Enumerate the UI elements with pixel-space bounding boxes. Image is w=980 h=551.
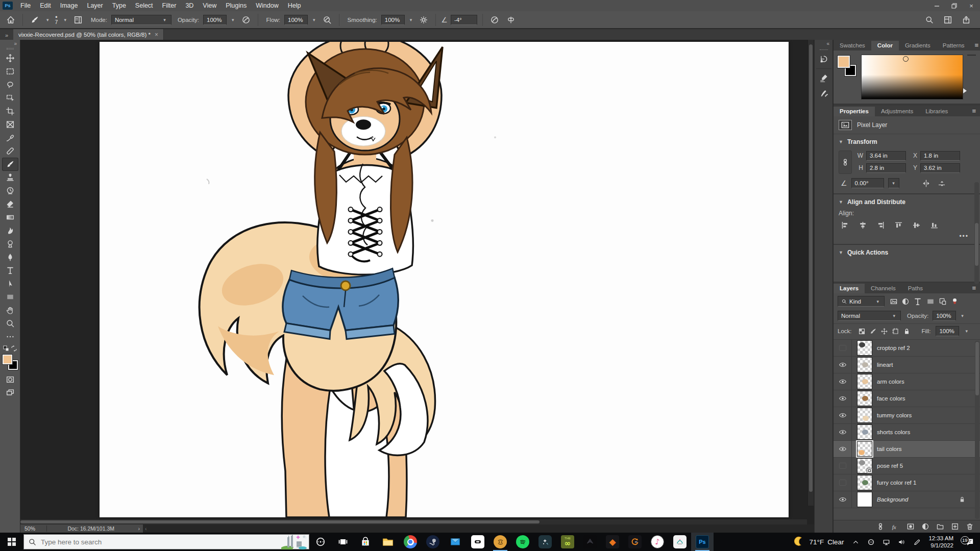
align-middle-v-icon[interactable] (912, 221, 921, 230)
smoothing-field[interactable]: 100% (381, 15, 405, 25)
tool-object-selection[interactable] (2, 91, 18, 105)
panel-menu-icon[interactable]: ≡ (968, 284, 980, 293)
layer-name[interactable]: tail colors (877, 446, 966, 452)
saturation-brightness-field[interactable] (861, 55, 963, 99)
brush-angle-field[interactable]: -4° (451, 15, 477, 25)
chevron-down-icon[interactable]: ▾ (963, 329, 970, 334)
layer-name[interactable]: tummy colors (877, 412, 966, 418)
share-icon[interactable] (960, 13, 973, 27)
folder-icon[interactable] (936, 522, 944, 531)
lock-all-icon[interactable] (903, 328, 911, 335)
layers-scrollbar[interactable] (975, 341, 979, 519)
taskbar-app-cortana[interactable] (309, 533, 332, 551)
tool-eyedropper[interactable] (2, 131, 18, 144)
panel-history-icon[interactable] (816, 52, 831, 66)
filter-smart-object-icon[interactable] (939, 297, 947, 306)
toolbar-grip[interactable] (7, 48, 14, 49)
tab-gradients[interactable]: Gradients (899, 41, 937, 51)
layer-name[interactable]: arm colors (877, 379, 966, 385)
link-icon[interactable] (876, 522, 885, 531)
more-options-icon[interactable]: ••• (834, 232, 980, 244)
tool-zoom[interactable] (2, 317, 18, 330)
menu-filter[interactable]: Filter (158, 0, 181, 11)
pressure-size-icon[interactable] (488, 13, 501, 27)
menu-select[interactable]: Select (131, 0, 158, 11)
foreground-color-swatch[interactable] (3, 355, 12, 364)
foreground-background-swatches[interactable] (3, 355, 18, 370)
screen-mode-button[interactable] (2, 386, 18, 399)
tab-adjustments[interactable]: Adjustments (875, 107, 919, 116)
tab-properties[interactable]: Properties (834, 107, 875, 116)
filter-image-icon[interactable] (890, 297, 898, 306)
tool-path-selection[interactable] (2, 277, 18, 290)
tool-gradient[interactable] (2, 211, 18, 224)
action-center-button[interactable]: 19 (959, 537, 980, 547)
layer-thumbnail[interactable] (857, 424, 872, 440)
canvas[interactable] (100, 42, 789, 517)
layer-visibility-toggle[interactable] (834, 441, 852, 457)
chevron-down-icon[interactable]: ▾ (408, 17, 414, 22)
y-field[interactable]: 3.62 in (920, 163, 960, 173)
tool-shape[interactable] (2, 290, 18, 304)
filter-type-icon[interactable] (913, 297, 922, 306)
tab-channels[interactable]: Channels (865, 284, 902, 293)
tool-pen[interactable] (2, 251, 18, 264)
tool-brush[interactable] (2, 158, 18, 171)
tab-patterns[interactable]: Patterns (937, 41, 971, 51)
layer-name[interactable]: pose ref 5 (877, 463, 966, 469)
layer-thumbnail[interactable] (857, 374, 872, 389)
tab-paths[interactable]: Paths (902, 284, 929, 293)
taskbar-app-spotify[interactable] (511, 533, 534, 551)
layer-row[interactable]: arm colors (834, 373, 980, 390)
menu-layer[interactable]: Layer (82, 0, 107, 11)
layer-row[interactable]: tummy colors (834, 407, 980, 424)
panel-brushes-icon[interactable] (816, 86, 831, 101)
toolbar-expand-icon[interactable]: » (14, 41, 20, 46)
weather-widget[interactable]: 71°F Clear (788, 536, 849, 548)
menu-view[interactable]: View (198, 0, 221, 11)
taskbar-app-photoshop[interactable]: Ps (691, 533, 714, 551)
layer-thumbnail[interactable] (857, 475, 872, 490)
tool-clone-stamp[interactable] (2, 171, 18, 184)
volume-icon[interactable] (895, 533, 908, 551)
hue-slider[interactable] (967, 55, 976, 56)
brush-size-picker[interactable]: • 7 (54, 15, 59, 24)
tool-move[interactable] (2, 52, 18, 65)
blend-mode-select[interactable]: Normal ▾ (111, 15, 172, 25)
lock-transparent-icon[interactable] (858, 328, 866, 335)
taskbar-app-mail[interactable] (444, 533, 467, 551)
align-section-header[interactable]: ▼ Align and Distribute (834, 194, 980, 209)
taskbar-app-explorer[interactable] (377, 533, 399, 551)
tool-crop[interactable] (2, 105, 18, 118)
taskbar-app-diamond-orange[interactable]: ◆ (601, 533, 624, 551)
tool-edit-toolbar[interactable] (2, 330, 18, 343)
menu-3d[interactable]: 3D (181, 0, 198, 11)
tool-marquee[interactable] (2, 65, 18, 78)
symmetry-butterfly-icon[interactable] (504, 13, 518, 27)
layer-visibility-toggle[interactable] (834, 424, 852, 440)
hue-slider-pointer[interactable] (963, 88, 967, 93)
filter-shape-icon[interactable] (926, 297, 935, 306)
tab-swatches[interactable]: Swatches (834, 41, 871, 51)
menu-window[interactable]: Window (251, 0, 283, 11)
menu-edit[interactable]: Edit (35, 0, 56, 11)
minimize-button[interactable] (928, 0, 945, 11)
layer-row[interactable]: pose ref 5 (834, 458, 980, 474)
tool-type[interactable] (2, 264, 18, 277)
chevron-down-icon[interactable]: ▾ (959, 313, 966, 318)
toggle-brush-panel-icon[interactable] (71, 13, 85, 27)
tool-healing-brush[interactable] (2, 144, 18, 158)
layer-visibility-toggle[interactable] (834, 474, 852, 491)
close-button[interactable]: × (963, 0, 980, 11)
quick-mask-button[interactable] (2, 373, 18, 386)
layer-row[interactable]: face colors (834, 390, 980, 407)
taskbar-app-white-app[interactable] (669, 533, 691, 551)
rotation-dropdown[interactable]: ▾ (888, 178, 899, 188)
chevron-down-icon[interactable]: ▾ (230, 17, 236, 22)
layers-opacity-field[interactable]: 100% (933, 311, 956, 321)
tool-hand[interactable] (2, 304, 18, 317)
layer-name[interactable]: shorts colors (877, 429, 966, 435)
layer-visibility-toggle[interactable] (834, 357, 852, 373)
fx-icon[interactable]: fx (891, 522, 900, 531)
menu-plugins[interactable]: Plugins (221, 0, 251, 11)
